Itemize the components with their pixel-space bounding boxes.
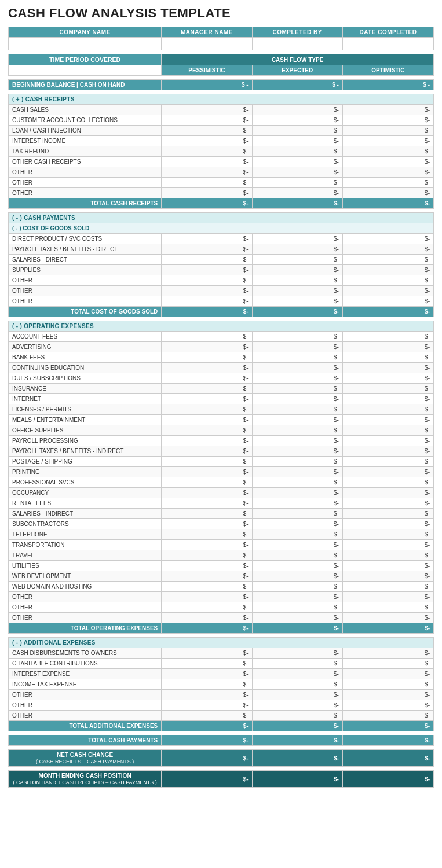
list-item[interactable]: CASH SALES $- $- $- — [9, 105, 434, 115]
list-item[interactable]: TAX REFUND $- $- $- — [9, 146, 434, 157]
other-label-3: OTHER — [9, 188, 162, 198]
list-item[interactable]: OTHER $- $- $- — [9, 592, 434, 602]
list-item[interactable]: CONTINUING EDUCATION $- $- $- — [9, 363, 434, 373]
list-item[interactable]: BANK FEES $- $- $- — [9, 352, 434, 363]
expected-label: EXPECTED — [252, 65, 342, 76]
list-item[interactable]: OTHER $- $- $- — [9, 602, 434, 613]
operating-expenses-header: ( - ) OPERATING EXPENSES — [9, 321, 434, 332]
list-item[interactable]: LICENSES / PERMITS $- $- $- — [9, 404, 434, 415]
list-item[interactable]: POSTAGE / SHIPPING $- $- $- — [9, 457, 434, 467]
list-item[interactable]: SALARIES - INDIRECT $- $- $- — [9, 509, 434, 519]
list-item[interactable]: SUPPLIES $- $- $- — [9, 265, 434, 275]
total-operating-val3: $- — [342, 623, 433, 634]
total-cash-receipts-val1: $- — [162, 198, 252, 209]
list-item[interactable]: PAYROLL PROCESSING $- $- $- — [9, 436, 434, 446]
list-item[interactable]: INTEREST INCOME $- $- $- — [9, 136, 434, 146]
cogs-label: ( - ) COST OF GOODS SOLD — [9, 223, 434, 234]
spacer-8 — [9, 746, 434, 750]
list-item[interactable]: OTHER $- $- $- — [9, 711, 434, 721]
beginning-balance-val2[interactable]: $ - — [252, 80, 342, 90]
list-item[interactable]: OTHER CASH RECEIPTS $- $- $- — [9, 157, 434, 167]
list-item[interactable]: LOAN / CASH INJECTION $- $- $- — [9, 126, 434, 136]
other-label-1: OTHER — [9, 167, 162, 178]
list-item[interactable]: CHARITABLE CONTRIBUTIONS $- $- $- — [9, 659, 434, 669]
cash-sales-val2[interactable]: $- — [252, 105, 342, 115]
list-item[interactable]: TRANSPORTATION $- $- $- — [9, 540, 434, 550]
list-item[interactable]: PRINTING $- $- $- — [9, 467, 434, 477]
total-cash-receipts-row: TOTAL CASH RECEIPTS $- $- $- — [9, 198, 434, 209]
list-item[interactable]: RENTAL FEES $- $- $- — [9, 498, 434, 509]
company-name-input[interactable] — [9, 38, 162, 50]
beginning-balance-row: BEGINNING BALANCE | CASH ON HAND $ - $ -… — [9, 80, 434, 90]
completed-by-input[interactable] — [252, 38, 342, 50]
beginning-balance-val1[interactable]: $ - — [162, 80, 252, 90]
total-cash-receipts-val2: $- — [252, 198, 342, 209]
list-item[interactable]: PAYROLL TAXES / BENEFITS - DIRECT $- $- … — [9, 244, 434, 255]
list-item[interactable]: OTHER $- $- $- — [9, 613, 434, 623]
list-item[interactable]: OFFICE SUPPLIES $- $- $- — [9, 425, 434, 436]
manager-name-input[interactable] — [162, 38, 252, 50]
list-item[interactable]: OTHER $- $- $- — [9, 178, 434, 188]
total-cogs-val3: $- — [342, 307, 433, 317]
list-item[interactable]: ACCOUNT FEES $- $- $- — [9, 332, 434, 342]
cash-sales-val3[interactable]: $- — [342, 105, 433, 115]
interest-income-label: INTEREST INCOME — [9, 136, 162, 146]
direct-product-label: DIRECT PRODUCT / SVC COSTS — [9, 234, 162, 244]
list-item[interactable]: OTHER $- $- $- — [9, 690, 434, 700]
list-item[interactable]: OTHER $- $- $- — [9, 296, 434, 307]
total-operating-val1: $- — [162, 623, 252, 634]
list-item[interactable]: WEB DEVELOPMENT $- $- $- — [9, 571, 434, 582]
list-item[interactable]: INSURANCE $- $- $- — [9, 384, 434, 394]
date-completed-header: DATE COMPLETED — [342, 27, 433, 38]
cogs-other-3: OTHER — [9, 296, 162, 307]
list-item[interactable]: PROFESSIONAL SVCS $- $- $- — [9, 477, 434, 488]
cash-sales-val1[interactable]: $- — [162, 105, 252, 115]
total-cogs-label: TOTAL COST OF GOODS SOLD — [9, 307, 162, 317]
list-item[interactable]: OTHER $- $- $- — [9, 188, 434, 198]
date-completed-input[interactable] — [342, 38, 433, 50]
total-cash-payments-val1: $- — [162, 735, 252, 746]
cash-receipts-header: ( + ) CASH RECEIPTS — [9, 94, 434, 105]
spacer-2 — [9, 76, 434, 80]
beginning-balance-val3[interactable]: $ - — [342, 80, 433, 90]
total-cogs-val2: $- — [252, 307, 342, 317]
list-item[interactable]: CUSTOMER ACCOUNT COLLECTIONS $- $- $- — [9, 115, 434, 126]
net-cash-val3: $- — [342, 750, 433, 767]
list-item[interactable]: SUBCONTRACTORS $- $- $- — [9, 519, 434, 529]
list-item[interactable]: MEALS / ENTERTAINMENT $- $- $- — [9, 415, 434, 425]
list-item[interactable]: INCOME TAX EXPENSE $- $- $- — [9, 679, 434, 690]
list-item[interactable]: INTEREST EXPENSE $- $- $- — [9, 669, 434, 679]
total-cogs-val1: $- — [162, 307, 252, 317]
list-item[interactable]: INTERNET $- $- $- — [9, 394, 434, 404]
supplies-label: SUPPLIES — [9, 265, 162, 275]
list-item[interactable]: DUES / SUBSCRIPTIONS $- $- $- — [9, 373, 434, 384]
list-item[interactable]: WEB DOMAIN AND HOSTING $- $- $- — [9, 582, 434, 592]
cogs-other-1: OTHER — [9, 275, 162, 286]
total-cogs-row: TOTAL COST OF GOODS SOLD $- $- $- — [9, 307, 434, 317]
list-item[interactable]: OTHER $- $- $- — [9, 167, 434, 178]
manager-name-header: MANAGER NAME — [162, 27, 252, 38]
time-period-row: TIME PERIOD COVERED CASH FLOW TYPE — [9, 54, 434, 65]
month-end-val3: $- — [342, 771, 433, 788]
month-end-val2: $- — [252, 771, 342, 788]
list-item[interactable]: OTHER $- $- $- — [9, 275, 434, 286]
spacer-9 — [9, 767, 434, 771]
list-item[interactable]: TELEPHONE $- $- $- — [9, 529, 434, 540]
list-item[interactable]: CASH DISBURSEMENTS TO OWNERS $- $- $- — [9, 648, 434, 659]
total-cash-payments-val3: $- — [342, 735, 433, 746]
total-operating-row: TOTAL OPERATING EXPENSES $- $- $- — [9, 623, 434, 634]
list-item[interactable]: SALARIES - DIRECT $- $- $- — [9, 255, 434, 265]
list-item[interactable]: ADVERTISING $- $- $- — [9, 342, 434, 352]
list-item[interactable]: OTHER $- $- $- — [9, 700, 434, 711]
list-item[interactable]: UTILITIES $- $- $- — [9, 561, 434, 571]
cogs-header: ( - ) COST OF GOODS SOLD — [9, 223, 434, 234]
list-item[interactable]: OTHER $- $- $- — [9, 286, 434, 296]
total-additional-row: TOTAL ADDITIONAL EXPENSES $- $- $- — [9, 721, 434, 731]
list-item[interactable]: TRAVEL $- $- $- — [9, 550, 434, 561]
total-operating-label: TOTAL OPERATING EXPENSES — [9, 623, 162, 634]
info-input-row[interactable] — [9, 38, 434, 50]
info-header-row: COMPANY NAME MANAGER NAME COMPLETED BY D… — [9, 27, 434, 38]
list-item[interactable]: PAYROLL TAXES / BENEFITS - INDIRECT $- $… — [9, 446, 434, 457]
list-item[interactable]: DIRECT PRODUCT / SVC COSTS $- $- $- — [9, 234, 434, 244]
list-item[interactable]: OCCUPANCY $- $- $- — [9, 488, 434, 498]
